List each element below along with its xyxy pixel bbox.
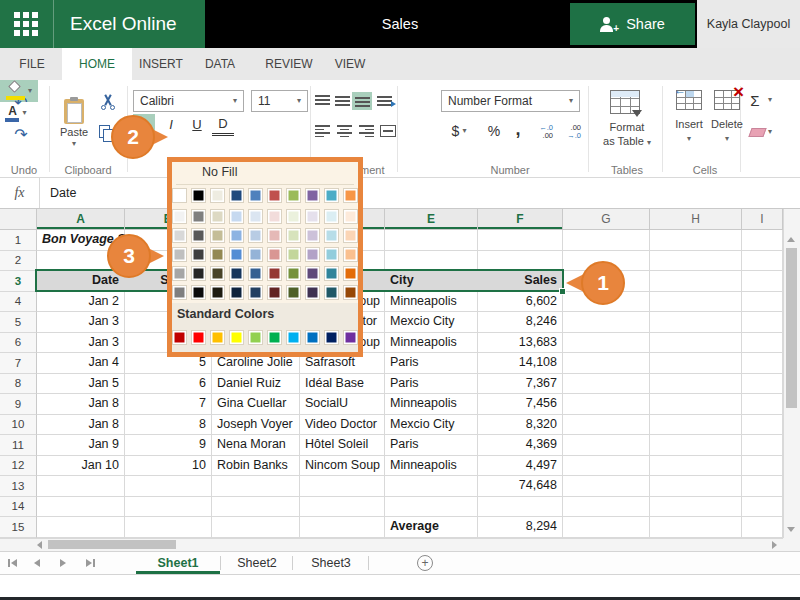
insert-cells-icon[interactable] [676,90,702,110]
cell-G9[interactable] [563,394,650,415]
cell-F6[interactable]: 13,683 [478,333,563,354]
column-header-e[interactable]: E [385,209,478,230]
cell-I5[interactable] [742,312,783,333]
increase-decimal-button[interactable]: ←.0.00 [531,124,553,140]
row-header-14[interactable]: 14 [0,497,37,518]
theme-color-swatch[interactable] [267,209,282,224]
theme-color-swatch[interactable] [324,285,339,300]
theme-color-swatch[interactable] [229,188,244,203]
cell-C12[interactable]: Robin Banks [212,456,300,477]
theme-color-swatch[interactable] [172,247,187,262]
cell-B10[interactable]: 8 [125,415,212,436]
cell-A6[interactable]: Jan 3 [37,333,125,354]
theme-color-swatch[interactable] [210,247,225,262]
tab-review[interactable]: REVIEW [250,48,328,80]
cell-F14[interactable] [478,497,563,518]
standard-color-swatch[interactable] [286,330,301,345]
clear-button[interactable] [746,124,768,140]
theme-color-swatch[interactable] [343,266,358,281]
theme-color-swatch[interactable] [286,209,301,224]
paste-button[interactable]: Paste ▾ [52,86,96,160]
standard-color-swatch[interactable] [324,330,339,345]
cell-H2[interactable] [650,251,742,272]
theme-color-swatch[interactable] [267,266,282,281]
theme-color-swatch[interactable] [324,188,339,203]
decrease-decimal-button[interactable]: .00→.0 [559,124,581,140]
cell-A7[interactable]: Jan 4 [37,353,125,374]
cell-A14[interactable] [37,497,125,518]
cell-B15[interactable] [125,517,212,538]
cell-E5[interactable]: Mexcio City [385,312,478,333]
cell-H8[interactable] [650,374,742,395]
theme-color-swatch[interactable] [248,209,263,224]
standard-color-swatch[interactable] [305,330,320,345]
column-header-f[interactable]: F [478,209,563,230]
cell-H14[interactable] [650,497,742,518]
theme-color-swatch[interactable] [286,247,301,262]
no-fill-option[interactable]: No Fill [202,165,237,179]
theme-color-swatch[interactable] [286,266,301,281]
column-header-i[interactable]: I [742,209,783,230]
theme-color-swatch[interactable] [343,247,358,262]
tab-data[interactable]: DATA [190,48,250,80]
cell-H6[interactable] [650,333,742,354]
currency-button[interactable]: $ ▾ [444,120,474,142]
row-header-12[interactable]: 12 [0,456,37,477]
next-sheet-icon[interactable] [60,559,66,567]
cell-G13[interactable] [563,476,650,497]
cell-A15[interactable] [37,517,125,538]
cell-B11[interactable]: 9 [125,435,212,456]
theme-color-swatch[interactable] [210,285,225,300]
scroll-down-icon[interactable] [787,527,795,532]
column-header-a[interactable]: A [37,209,125,230]
theme-color-swatch[interactable] [305,266,320,281]
cell-E4[interactable]: Minneapolis [385,292,478,313]
standard-color-swatch[interactable] [343,330,358,345]
cell-E12[interactable]: Minneapolis [385,456,478,477]
theme-color-swatch[interactable] [172,188,187,203]
cell-E1[interactable] [385,230,478,251]
theme-color-swatch[interactable] [210,266,225,281]
cell-H13[interactable] [650,476,742,497]
theme-color-swatch[interactable] [305,209,320,224]
cell-I8[interactable] [742,374,783,395]
row-header-7[interactable]: 7 [0,353,37,374]
cell-A3[interactable]: Date [37,271,125,292]
cell-D10[interactable]: Video Doctor [300,415,385,436]
cell-A4[interactable]: Jan 2 [37,292,125,313]
redo-button[interactable]: ↷ [8,122,34,146]
theme-color-swatch[interactable] [343,285,358,300]
cell-I6[interactable] [742,333,783,354]
cell-A5[interactable]: Jan 3 [37,312,125,333]
cell-B13[interactable] [125,476,212,497]
cell-F9[interactable]: 7,456 [478,394,563,415]
percent-button[interactable]: % [483,120,505,142]
cell-E14[interactable] [385,497,478,518]
cell-G6[interactable] [563,333,650,354]
cell-D14[interactable] [300,497,385,518]
row-header-11[interactable]: 11 [0,435,37,456]
theme-color-swatch[interactable] [324,266,339,281]
theme-color-swatch[interactable] [191,285,206,300]
theme-color-swatch[interactable] [267,188,282,203]
number-format-combo[interactable]: Number Format ▾ [441,90,580,112]
merge-center-button[interactable] [378,122,398,140]
row-header-13[interactable]: 13 [0,476,37,497]
cell-D15[interactable] [300,517,385,538]
theme-color-swatch[interactable] [324,228,339,243]
theme-color-swatch[interactable] [229,228,244,243]
cell-F12[interactable]: 4,497 [478,456,563,477]
vertical-scroll-thumb[interactable] [786,248,797,408]
theme-color-swatch[interactable] [324,247,339,262]
theme-color-swatch[interactable] [286,188,301,203]
last-sheet-icon[interactable] [86,559,95,567]
cell-A9[interactable]: Jan 8 [37,394,125,415]
cell-I12[interactable] [742,456,783,477]
cell-D11[interactable]: Hôtel Soleil [300,435,385,456]
cell-E7[interactable]: Paris [385,353,478,374]
scroll-left-icon[interactable] [37,541,42,549]
add-sheet-button[interactable]: + [417,555,433,571]
theme-color-swatch[interactable] [191,209,206,224]
theme-color-swatch[interactable] [343,188,358,203]
row-header-15[interactable]: 15 [0,517,37,538]
